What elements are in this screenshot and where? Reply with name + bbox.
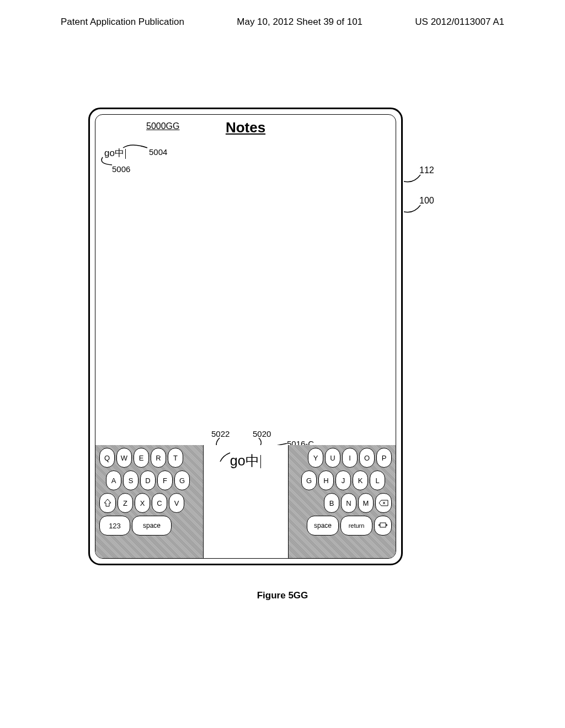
- key-backspace[interactable]: [375, 493, 392, 513]
- key-i[interactable]: I: [342, 448, 358, 468]
- screen: 5000GG Notes go中 5004 5006 5022: [95, 114, 396, 559]
- shift-icon: [104, 499, 111, 507]
- key-q[interactable]: Q: [99, 448, 115, 468]
- svg-rect-0: [380, 523, 386, 527]
- key-y[interactable]: Y: [308, 448, 323, 468]
- key-c[interactable]: C: [152, 493, 167, 513]
- key-n[interactable]: N: [341, 493, 356, 513]
- annotation-112: [404, 174, 423, 184]
- keyboard-center: go中: [203, 445, 289, 558]
- key-x[interactable]: X: [135, 493, 150, 513]
- header-right: US 2012/0113007 A1: [415, 17, 504, 28]
- key-a[interactable]: A: [106, 470, 121, 490]
- keyboard: Q W E R T A S D F G: [95, 445, 396, 558]
- key-space-left[interactable]: space: [132, 516, 172, 536]
- page-header: Patent Application Publication May 10, 2…: [0, 0, 565, 39]
- key-d[interactable]: D: [140, 470, 156, 490]
- key-l[interactable]: L: [370, 470, 385, 490]
- key-space-right[interactable]: space: [307, 516, 339, 536]
- key-v[interactable]: V: [169, 493, 184, 513]
- kb-row-1-left: Q W E R T: [98, 448, 200, 468]
- key-123[interactable]: 123: [99, 516, 130, 536]
- key-f[interactable]: F: [157, 470, 173, 490]
- kb-row-2-right: G H J K L: [291, 470, 393, 490]
- key-k[interactable]: K: [353, 470, 368, 490]
- keyboard-left: Q W E R T A S D F G: [95, 445, 203, 558]
- header-left: Patent Application Publication: [61, 17, 184, 28]
- center-text-value: go中: [230, 453, 259, 468]
- key-s[interactable]: S: [123, 470, 138, 490]
- key-t[interactable]: T: [168, 448, 183, 468]
- figure-caption: Figure 5GG: [257, 590, 308, 601]
- key-h[interactable]: H: [318, 470, 334, 490]
- center-input-area[interactable]: go中: [230, 452, 261, 470]
- header-center: May 10, 2012 Sheet 39 of 101: [237, 17, 363, 28]
- kb-row-2-left: A S D F G: [98, 470, 200, 490]
- key-j[interactable]: J: [335, 470, 351, 490]
- key-return[interactable]: return: [340, 516, 372, 536]
- kb-row-4-left: 123 space: [98, 516, 200, 536]
- key-o[interactable]: O: [359, 448, 375, 468]
- key-g2[interactable]: G: [301, 470, 317, 490]
- key-b[interactable]: B: [324, 493, 339, 513]
- svg-point-2: [386, 524, 387, 526]
- kb-row-4-right: space return: [291, 516, 393, 536]
- svg-point-1: [379, 524, 380, 526]
- key-z[interactable]: Z: [118, 493, 133, 513]
- hide-keyboard-icon: [377, 522, 388, 529]
- key-p[interactable]: P: [376, 448, 392, 468]
- app-title: Notes: [226, 119, 265, 136]
- figure-reference: 5000GG: [146, 121, 179, 131]
- ref-5004: 5004: [149, 147, 167, 157]
- title-bar: 5000GG Notes: [95, 115, 396, 138]
- keyboard-right: Y U I O P G H J K L B N: [289, 445, 396, 558]
- key-e[interactable]: E: [134, 448, 149, 468]
- kb-row-1-right: Y U I O P: [291, 448, 393, 468]
- ref-5006: 5006: [112, 164, 130, 174]
- annotation-center-curve: [220, 453, 231, 463]
- content-area[interactable]: go中 5004 5006: [95, 138, 396, 436]
- ref-5020: 5020: [253, 429, 271, 438]
- annotation-curve-5004: [123, 143, 151, 154]
- device-container: 5000GG Notes go中 5004 5006 5022: [88, 108, 403, 565]
- backspace-icon: [379, 500, 388, 506]
- key-shift[interactable]: [99, 493, 116, 513]
- annotation-100: [404, 204, 423, 214]
- key-m[interactable]: M: [358, 493, 374, 513]
- key-u[interactable]: U: [325, 448, 340, 468]
- key-r[interactable]: R: [151, 448, 166, 468]
- center-cursor: [260, 455, 262, 468]
- key-g[interactable]: G: [174, 470, 190, 490]
- kb-row-3-left: Z X C V: [98, 493, 200, 513]
- device-frame: 5000GG Notes go中 5004 5006 5022: [88, 108, 403, 565]
- ref-5022: 5022: [211, 429, 230, 438]
- kb-row-3-right: B N M: [291, 493, 393, 513]
- key-w[interactable]: W: [116, 448, 132, 468]
- key-hide-keyboard[interactable]: [374, 516, 392, 536]
